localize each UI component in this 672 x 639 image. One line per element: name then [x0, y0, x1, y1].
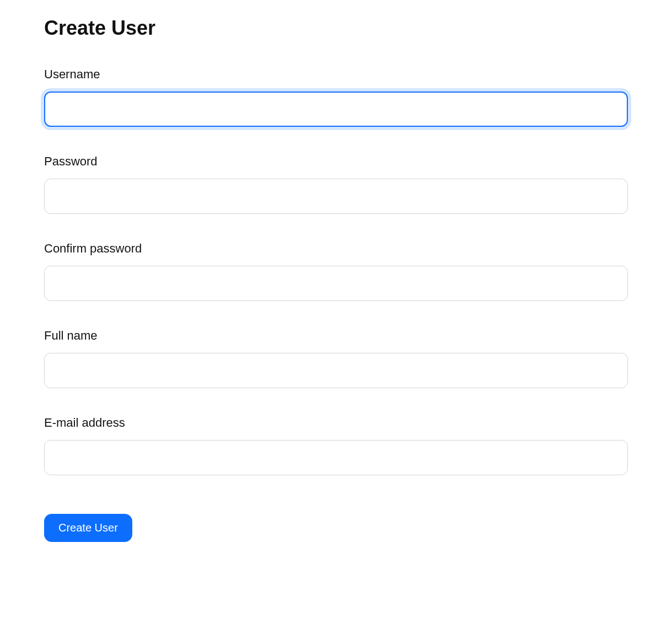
full-name-group: Full name: [44, 329, 628, 388]
confirm-password-input[interactable]: [44, 266, 628, 301]
page-title: Create User: [44, 17, 628, 40]
confirm-password-group: Confirm password: [44, 241, 628, 301]
password-label: Password: [44, 154, 628, 169]
create-user-button[interactable]: Create User: [44, 514, 132, 542]
username-group: Username: [44, 67, 628, 127]
email-label: E-mail address: [44, 416, 628, 430]
username-label: Username: [44, 67, 628, 82]
password-input[interactable]: [44, 179, 628, 214]
full-name-input[interactable]: [44, 353, 628, 388]
confirm-password-label: Confirm password: [44, 241, 628, 256]
username-input[interactable]: [44, 92, 628, 127]
password-group: Password: [44, 154, 628, 214]
full-name-label: Full name: [44, 329, 628, 343]
email-input[interactable]: [44, 440, 628, 475]
create-user-form: Username Password Confirm password Full …: [44, 67, 628, 542]
email-group: E-mail address: [44, 416, 628, 475]
